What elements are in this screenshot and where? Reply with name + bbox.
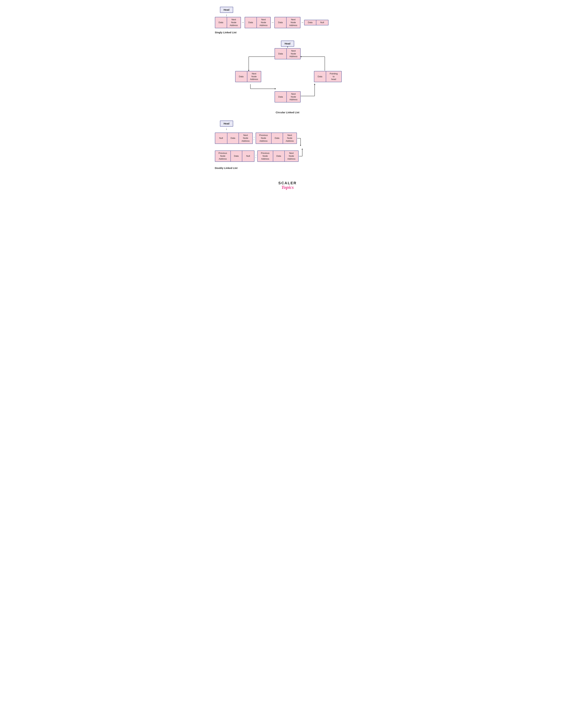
scaler-logo: SCALER Topics: [278, 181, 297, 190]
svg-marker-19: [302, 149, 303, 150]
circular-node-1-data: Data: [275, 48, 287, 59]
doubly-title-text: Doubly Linked LIst: [215, 167, 238, 169]
doubly-head-label: Head: [224, 122, 229, 125]
doubly-node-2-prev: PreviousNodeAddress: [256, 133, 271, 143]
doubly-node-3: PreviousNodeAddress Data Null: [215, 150, 255, 162]
circular-node-2-next: NextNodeAddress: [247, 71, 261, 82]
circular-node-4: Data Pointingtohead: [314, 71, 342, 82]
singly-nodes-row: Data NextNodeAddress → Data NextNodeAddr…: [215, 17, 329, 28]
circular-node-bottom: Data NextNodeAddress: [275, 91, 301, 103]
doubly-row2-bracket: [299, 149, 303, 164]
circular-node-3-next: NextNodeAddress: [287, 92, 300, 102]
doubly-head-arrow: ↓: [226, 127, 227, 130]
singly-node-4-null: Null: [316, 20, 328, 25]
circular-node-top: Data NextNodeAddress: [275, 48, 301, 60]
singly-head-area: Head ↓: [220, 7, 233, 17]
circular-node-right: Data Pointingtohead: [314, 71, 342, 82]
doubly-node-2-data: Data: [271, 133, 283, 143]
svg-marker-7: [275, 88, 276, 90]
circular-head-box: Head: [281, 41, 294, 47]
singly-label: Singly Linked LIst: [215, 31, 237, 34]
singly-node-3-next: NextNodeAddress: [286, 17, 300, 28]
svg-marker-10: [314, 83, 315, 85]
circular-node-4-data: Data: [314, 71, 326, 82]
circular-node-3: Data NextNodeAddress: [275, 91, 301, 103]
singly-title-text: Singly Linked LIst: [215, 31, 237, 34]
bidir-left-arrow: ←: [253, 138, 255, 141]
circular-node-left: Data NextNodeAddress: [235, 71, 261, 82]
circular-section: Head Data NextNodeAddress Data NextNodeA…: [215, 41, 360, 119]
singly-node-3: Data NextNodeAddress: [274, 17, 300, 28]
singly-node-3-data: Data: [275, 17, 286, 28]
circular-title-text: Circular Linked LIst: [276, 111, 299, 114]
topics-word: Topics: [281, 185, 294, 190]
singly-node-1-next: NextNodeAddress: [227, 17, 241, 28]
doubly-node-1-data: Data: [227, 133, 239, 143]
doubly-node-3-null: Null: [242, 151, 254, 162]
singly-node-1-data: Data: [215, 17, 227, 28]
doubly-node-3-data: Data: [231, 151, 242, 162]
bidir-left-arrow-2: ←: [255, 156, 257, 159]
doubly-node-4-data: Data: [273, 151, 285, 162]
doubly-node-1: Null Data NextNodeAddress: [215, 133, 253, 144]
circular-node-3-data: Data: [275, 92, 287, 102]
circular-node-2-data: Data: [236, 71, 247, 82]
doubly-row-2: PreviousNodeAddress Data Null → ← Previo…: [215, 149, 303, 164]
doubly-head-box: Head: [220, 120, 233, 127]
doubly-node-3-prev: PreviousNodeAddress: [215, 151, 231, 162]
doubly-node-2-next: NextNodeAddress: [283, 133, 297, 143]
doubly-node-4: PreviousNodeAddress Data NextNodeAddress: [257, 150, 299, 162]
doubly-row2-bracket-svg: [299, 149, 303, 164]
circular-node-4-pointing: Pointingtohead: [326, 71, 341, 82]
singly-node-4: Data Null: [304, 20, 329, 25]
doubly-node-1-null: Null: [215, 133, 227, 143]
scaler-word: SCALER: [278, 181, 297, 185]
singly-head-arrow: ↓: [226, 13, 227, 16]
doubly-row1-bracket: [297, 131, 301, 146]
doubly-node-2: PreviousNodeAddress Data NextNodeAddress: [256, 133, 297, 144]
doubly-section: Head ↓ Null Data NextNodeAddress → ← Pre…: [215, 120, 360, 174]
singly-node-2: Data NextNodeAddress: [245, 17, 271, 28]
singly-head-box: Head: [220, 7, 233, 13]
doubly-node-4-next: NextNodeAddress: [285, 151, 298, 162]
singly-section: Head ↓ Data NextNodeAddress → Data NextN…: [215, 7, 360, 39]
doubly-row-1: Null Data NextNodeAddress → ← PreviousNo…: [215, 131, 301, 146]
singly-node-1: Data NextNodeAddress: [215, 17, 241, 28]
circular-head-label: Head: [284, 42, 290, 45]
doubly-row1-bidir: → ←: [253, 136, 255, 141]
circular-head-area: Head: [281, 41, 294, 47]
doubly-node-1-next: NextNodeAddress: [239, 133, 252, 143]
singly-head-label: Head: [224, 8, 229, 11]
circular-node-1: Data NextNodeAddress: [275, 48, 301, 60]
arrow-2-3: →: [271, 21, 274, 24]
doubly-row2-bidir: → ←: [255, 154, 257, 159]
singly-node-4-data: Data: [304, 20, 316, 25]
doubly-row1-bracket-svg: [297, 131, 301, 146]
doubly-label: Doubly Linked LIst: [215, 167, 238, 169]
arrow-3-4: →: [301, 21, 304, 24]
singly-node-2-next: NextNodeAddress: [257, 17, 270, 28]
circular-label: Circular Linked LIst: [276, 111, 299, 114]
bidir-right-arrow-2: →: [255, 154, 257, 156]
doubly-node-4-prev: PreviousNodeAddress: [258, 151, 273, 162]
svg-marker-16: [300, 145, 301, 146]
singly-node-2-data: Data: [245, 17, 257, 28]
circular-diagram: Head Data NextNodeAddress Data NextNodeA…: [232, 41, 343, 108]
bidir-right-arrow: →: [253, 136, 255, 138]
circular-node-1-next: NextNodeAddress: [287, 48, 300, 59]
circular-node-2: Data NextNodeAddress: [235, 71, 261, 82]
arrow-1-2: →: [241, 21, 244, 24]
doubly-head-area: Head ↓: [220, 120, 233, 131]
